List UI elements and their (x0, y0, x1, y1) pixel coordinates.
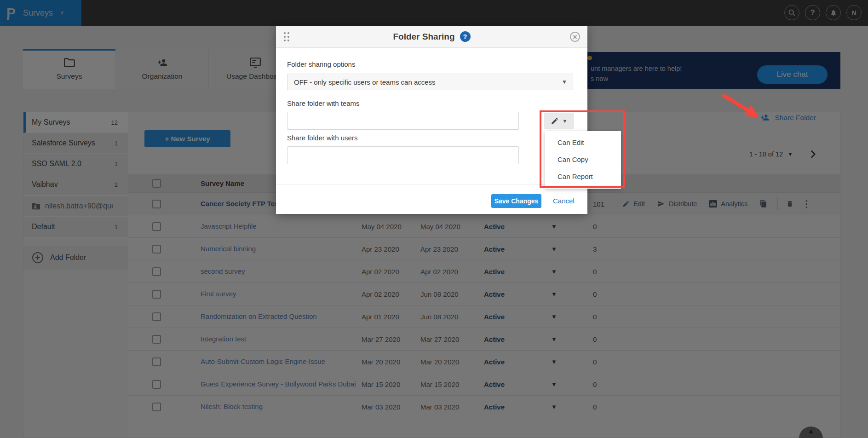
permission-menu: Can EditCan CopyCan Report (545, 131, 621, 189)
menu-item-can-report[interactable]: Can Report (545, 168, 621, 185)
sharing-options-select[interactable]: OFF - only specific users or teams can a… (287, 74, 573, 90)
share-teams-label: Share folder with teams (287, 99, 360, 107)
folder-sharing-modal: Folder Sharing ? ✕ Folder sharing option… (276, 26, 587, 214)
modal-title: Folder Sharing (393, 32, 454, 42)
modal-body: Folder sharing options OFF - only specif… (276, 48, 587, 214)
save-changes-button[interactable]: Save Changes (491, 194, 541, 208)
sharing-options-value: OFF - only specific users or teams can a… (294, 78, 436, 86)
menu-item-can-edit[interactable]: Can Edit (545, 134, 621, 151)
modal-help-icon[interactable]: ? (460, 31, 471, 42)
drag-handle-icon[interactable] (284, 32, 289, 41)
chevron-down-icon: ▼ (563, 118, 568, 124)
share-users-label: Share folder with users (287, 134, 357, 142)
permission-dropdown-button[interactable]: ▼ (544, 113, 574, 129)
menu-item-can-copy[interactable]: Can Copy (545, 151, 621, 168)
teams-input[interactable] (287, 112, 519, 130)
cancel-button[interactable]: Cancel (553, 197, 575, 205)
close-icon[interactable]: ✕ (570, 32, 580, 42)
users-input[interactable] (287, 146, 519, 164)
pencil-icon (551, 117, 559, 125)
sharing-options-label: Folder sharing options (287, 60, 355, 68)
modal-header: Folder Sharing ? ✕ (276, 26, 587, 48)
select-caret-icon: ▼ (562, 79, 567, 85)
footer-divider (276, 184, 587, 184)
